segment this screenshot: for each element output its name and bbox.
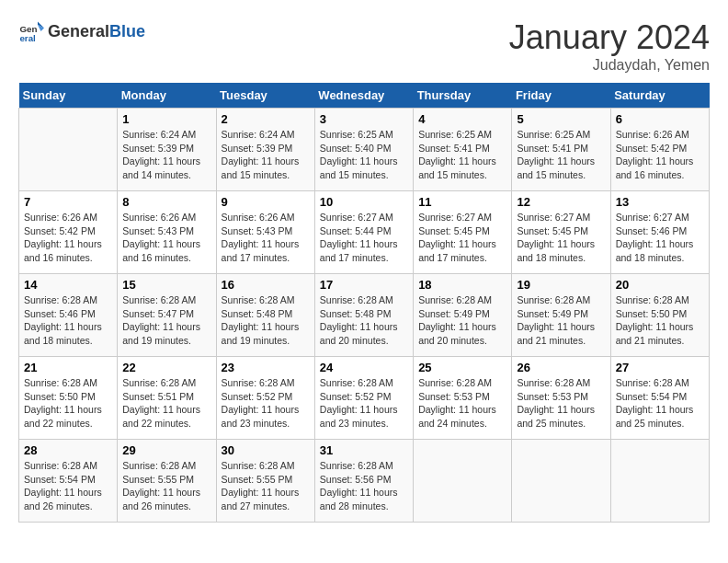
day-info: Sunrise: 6:28 AMSunset: 5:53 PMDaylight:…	[517, 376, 605, 431]
svg-text:eral: eral	[19, 33, 36, 43]
day-info: Sunrise: 6:24 AMSunset: 5:39 PMDaylight:…	[222, 128, 310, 182]
weekday-header-tuesday: Tuesday	[216, 83, 314, 109]
day-info: Sunrise: 6:28 AMSunset: 5:55 PMDaylight:…	[122, 459, 210, 513]
calendar-cell: 26Sunrise: 6:28 AMSunset: 5:53 PMDayligh…	[512, 357, 610, 440]
calendar-week-row: 7Sunrise: 6:26 AMSunset: 5:42 PMDaylight…	[19, 191, 710, 274]
calendar-cell: 2Sunrise: 6:24 AMSunset: 5:39 PMDaylight…	[216, 109, 314, 191]
weekday-header-thursday: Thursday	[414, 83, 512, 109]
header: Gen eral GeneralBlue January 2024 Judayd…	[18, 18, 710, 74]
day-info: Sunrise: 6:26 AMSunset: 5:42 PMDaylight:…	[24, 211, 112, 265]
calendar-cell: 11Sunrise: 6:27 AMSunset: 5:45 PMDayligh…	[414, 191, 512, 274]
day-info: Sunrise: 6:28 AMSunset: 5:50 PMDaylight:…	[616, 293, 704, 348]
calendar-cell: 5Sunrise: 6:25 AMSunset: 5:41 PMDaylight…	[512, 109, 610, 191]
calendar-cell: 31Sunrise: 6:28 AMSunset: 5:56 PMDayligh…	[314, 440, 413, 523]
calendar-cell	[610, 440, 709, 523]
day-info: Sunrise: 6:28 AMSunset: 5:51 PMDaylight:…	[122, 376, 210, 431]
calendar-cell: 19Sunrise: 6:28 AMSunset: 5:49 PMDayligh…	[512, 274, 610, 357]
day-number: 14	[24, 278, 112, 292]
calendar-cell: 17Sunrise: 6:28 AMSunset: 5:48 PMDayligh…	[314, 274, 413, 357]
calendar-cell: 29Sunrise: 6:28 AMSunset: 5:55 PMDayligh…	[118, 440, 216, 523]
day-number: 8	[122, 195, 210, 209]
day-info: Sunrise: 6:28 AMSunset: 5:47 PMDaylight:…	[122, 293, 210, 348]
weekday-header-monday: Monday	[118, 83, 216, 109]
calendar-cell: 14Sunrise: 6:28 AMSunset: 5:46 PMDayligh…	[19, 274, 118, 357]
day-number: 10	[320, 195, 408, 209]
calendar-week-row: 21Sunrise: 6:28 AMSunset: 5:50 PMDayligh…	[19, 357, 710, 440]
day-info: Sunrise: 6:28 AMSunset: 5:48 PMDaylight:…	[320, 293, 408, 348]
day-info: Sunrise: 6:28 AMSunset: 5:55 PMDaylight:…	[222, 459, 310, 513]
calendar-table: SundayMondayTuesdayWednesdayThursdayFrid…	[18, 83, 710, 523]
day-number: 26	[517, 361, 605, 374]
calendar-cell: 23Sunrise: 6:28 AMSunset: 5:52 PMDayligh…	[216, 357, 314, 440]
calendar-cell: 21Sunrise: 6:28 AMSunset: 5:50 PMDayligh…	[19, 357, 118, 440]
calendar-cell: 4Sunrise: 6:25 AMSunset: 5:41 PMDaylight…	[414, 109, 512, 191]
calendar-cell: 13Sunrise: 6:27 AMSunset: 5:46 PMDayligh…	[610, 191, 709, 274]
day-info: Sunrise: 6:27 AMSunset: 5:45 PMDaylight:…	[418, 211, 506, 265]
calendar-cell: 3Sunrise: 6:25 AMSunset: 5:40 PMDaylight…	[314, 109, 413, 191]
day-info: Sunrise: 6:28 AMSunset: 5:54 PMDaylight:…	[24, 459, 112, 513]
day-number: 20	[616, 278, 704, 292]
calendar-cell: 20Sunrise: 6:28 AMSunset: 5:50 PMDayligh…	[610, 274, 709, 357]
day-number: 23	[222, 361, 310, 374]
day-info: Sunrise: 6:27 AMSunset: 5:45 PMDaylight:…	[517, 211, 605, 265]
calendar-week-row: 14Sunrise: 6:28 AMSunset: 5:46 PMDayligh…	[19, 274, 710, 357]
day-number: 12	[517, 195, 605, 209]
day-number: 27	[616, 361, 704, 374]
calendar-cell: 30Sunrise: 6:28 AMSunset: 5:55 PMDayligh…	[216, 440, 314, 523]
logo-blue: Blue	[109, 22, 145, 40]
day-info: Sunrise: 6:28 AMSunset: 5:49 PMDaylight:…	[517, 293, 605, 348]
day-number: 15	[122, 278, 210, 292]
day-info: Sunrise: 6:28 AMSunset: 5:46 PMDaylight:…	[24, 293, 112, 348]
day-info: Sunrise: 6:27 AMSunset: 5:44 PMDaylight:…	[320, 211, 408, 265]
day-number: 7	[24, 195, 112, 209]
day-info: Sunrise: 6:28 AMSunset: 5:54 PMDaylight:…	[616, 376, 704, 431]
day-number: 2	[222, 112, 310, 126]
day-info: Sunrise: 6:26 AMSunset: 5:42 PMDaylight:…	[616, 128, 704, 182]
day-info: Sunrise: 6:27 AMSunset: 5:46 PMDaylight:…	[616, 211, 704, 265]
weekday-header-sunday: Sunday	[19, 83, 118, 109]
calendar-cell: 22Sunrise: 6:28 AMSunset: 5:51 PMDayligh…	[118, 357, 216, 440]
day-info: Sunrise: 6:25 AMSunset: 5:41 PMDaylight:…	[418, 128, 506, 182]
title-area: January 2024 Judaydah, Yemen	[509, 18, 710, 74]
day-info: Sunrise: 6:28 AMSunset: 5:49 PMDaylight:…	[418, 293, 506, 348]
day-number: 24	[320, 361, 408, 374]
day-info: Sunrise: 6:28 AMSunset: 5:56 PMDaylight:…	[320, 459, 408, 513]
calendar-cell: 25Sunrise: 6:28 AMSunset: 5:53 PMDayligh…	[414, 357, 512, 440]
weekday-header-wednesday: Wednesday	[314, 83, 413, 109]
calendar-cell	[414, 440, 512, 523]
calendar-week-row: 1Sunrise: 6:24 AMSunset: 5:39 PMDaylight…	[19, 109, 710, 191]
day-number: 3	[320, 112, 408, 126]
logo-icon: Gen eral	[18, 18, 44, 44]
day-info: Sunrise: 6:24 AMSunset: 5:39 PMDaylight:…	[122, 128, 210, 182]
month-title: January 2024	[509, 18, 710, 57]
day-number: 28	[24, 443, 112, 457]
calendar-cell: 28Sunrise: 6:28 AMSunset: 5:54 PMDayligh…	[19, 440, 118, 523]
day-number: 9	[222, 195, 310, 209]
day-number: 11	[418, 195, 506, 209]
calendar-cell: 1Sunrise: 6:24 AMSunset: 5:39 PMDaylight…	[118, 109, 216, 191]
day-info: Sunrise: 6:25 AMSunset: 5:40 PMDaylight:…	[320, 128, 408, 182]
weekday-header-row: SundayMondayTuesdayWednesdayThursdayFrid…	[19, 83, 710, 109]
calendar-cell: 8Sunrise: 6:26 AMSunset: 5:43 PMDaylight…	[118, 191, 216, 274]
calendar-cell: 9Sunrise: 6:26 AMSunset: 5:43 PMDaylight…	[216, 191, 314, 274]
logo-general: General	[48, 22, 109, 40]
day-info: Sunrise: 6:26 AMSunset: 5:43 PMDaylight:…	[222, 211, 310, 265]
day-number: 25	[418, 361, 506, 374]
day-number: 30	[222, 443, 310, 457]
calendar-cell: 6Sunrise: 6:26 AMSunset: 5:42 PMDaylight…	[610, 109, 709, 191]
day-info: Sunrise: 6:28 AMSunset: 5:50 PMDaylight:…	[24, 376, 112, 431]
calendar-cell: 16Sunrise: 6:28 AMSunset: 5:48 PMDayligh…	[216, 274, 314, 357]
calendar-cell: 27Sunrise: 6:28 AMSunset: 5:54 PMDayligh…	[610, 357, 709, 440]
day-number: 1	[122, 112, 210, 126]
day-info: Sunrise: 6:28 AMSunset: 5:52 PMDaylight:…	[222, 376, 310, 431]
day-number: 4	[418, 112, 506, 126]
day-number: 21	[24, 361, 112, 374]
calendar-cell: 15Sunrise: 6:28 AMSunset: 5:47 PMDayligh…	[118, 274, 216, 357]
day-number: 5	[517, 112, 605, 126]
day-info: Sunrise: 6:26 AMSunset: 5:43 PMDaylight:…	[122, 211, 210, 265]
day-number: 16	[222, 278, 310, 292]
calendar-cell: 12Sunrise: 6:27 AMSunset: 5:45 PMDayligh…	[512, 191, 610, 274]
day-number: 29	[122, 443, 210, 457]
day-info: Sunrise: 6:28 AMSunset: 5:52 PMDaylight:…	[320, 376, 408, 431]
weekday-header-friday: Friday	[512, 83, 610, 109]
